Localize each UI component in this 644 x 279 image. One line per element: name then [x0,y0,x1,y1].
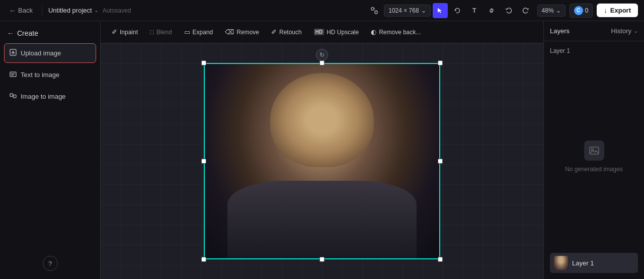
retouch-button[interactable]: ✐ Retouch [266,26,307,38]
svg-rect-11 [590,147,599,154]
svg-rect-0 [371,8,374,10]
back-button[interactable]: ← Back [6,5,36,17]
text-image-icon-svg [10,71,17,78]
link-icon [488,7,495,14]
remove-button[interactable]: ⌫ Remove [220,26,264,38]
main-layout: ← Create Upload image Text to im [0,21,644,279]
remove-bg-button[interactable]: ◐ Remove back... [366,26,426,38]
header-center: 1024 × 768 ⌄ T [367,3,533,18]
retouch-icon: ✐ [271,28,277,36]
upscale-label: HD Upscale [327,29,359,36]
autosaved-label: Autosaved [103,7,131,14]
expand-label: Expand [193,29,213,36]
retouch-label: Retouch [279,29,302,36]
inpaint-button[interactable]: ✐ Inpaint [107,26,143,38]
redo-icon [522,7,529,14]
back-arrow-icon: ← [9,7,16,15]
handle-bottom-middle[interactable] [319,257,325,262]
header: ← Back Untitled project ⌄ Autosaved 1024… [0,0,644,21]
credits-button[interactable]: C 0 [570,4,593,18]
inpaint-icon: ✐ [112,28,117,36]
blend-button[interactable]: □ Blend [145,26,177,38]
fit-canvas-button[interactable] [367,3,382,18]
upscale-button[interactable]: HD HD Upscale [309,26,364,38]
img2img-icon-svg [10,92,17,99]
handle-bottom-left[interactable] [201,257,206,262]
text-tool-button[interactable]: T [467,3,482,18]
redo-button[interactable] [518,3,533,18]
credits-icon: C [574,6,583,15]
person-image [204,63,440,259]
left-sidebar: ← Create Upload image Text to im [0,21,101,279]
remove-icon: ⌫ [225,28,234,36]
tab-layers[interactable]: Layers [550,25,570,37]
svg-rect-10 [14,95,17,98]
sidebar-spacer [4,108,96,250]
remove-bg-label: Remove back... [379,29,421,36]
rotate-handle[interactable]: ↻ [316,49,328,61]
layer-item-name: Layer 1 [572,259,594,267]
create-header: ← Create [4,25,96,41]
link-tool-button[interactable] [484,3,499,18]
select-tool-button[interactable] [433,3,448,18]
header-right: 48% ⌄ C 0 ↓ Export [537,4,638,18]
help-button[interactable]: ? [43,256,58,271]
history-tab-area: History ⌄ [611,25,638,37]
svg-rect-1 [375,11,377,14]
create-header-label: Create [17,29,38,37]
divider [42,6,42,16]
upload-image-icon [10,49,17,57]
fit-icon [370,7,378,15]
export-button[interactable]: ↓ Export [597,4,638,17]
expand-button[interactable]: ▭ Expand [179,26,218,38]
tab-history[interactable]: History [611,25,631,37]
canvas-size-button[interactable]: 1024 × 768 ⌄ [384,5,430,17]
collapse-icon[interactable]: ⌄ [633,28,638,34]
canvas-container[interactable]: ↻ [101,43,543,279]
text-to-image-icon [10,71,17,79]
handle-top-middle[interactable] [319,60,325,65]
create-header-icon: ← [7,29,14,37]
project-name[interactable]: Untitled project [48,7,92,14]
sidebar-item-text-to-image[interactable]: Text to image [4,65,96,85]
handle-middle-left[interactable] [201,159,206,164]
cursor-icon [437,7,444,14]
text-to-image-label: Text to image [21,71,59,79]
handle-bottom-right[interactable] [438,257,443,262]
zoom-button[interactable]: 48% ⌄ [537,5,566,17]
layer-item[interactable]: Layer 1 [550,253,638,273]
handle-top-right[interactable] [438,60,443,65]
right-panel: Layers History ⌄ Layer 1 No generated im… [543,21,644,279]
no-generated-text: No generated images [565,166,623,173]
handle-top-left[interactable] [201,60,206,65]
back-label: Back [18,7,33,14]
export-download-icon: ↓ [604,7,607,14]
no-generated-icon [584,141,604,161]
image-wrapper[interactable]: ↻ [204,63,440,259]
undo-button[interactable] [501,3,516,18]
sidebar-item-upload-image[interactable]: Upload image [4,43,96,63]
canvas-size-chevron-icon: ⌄ [421,7,426,14]
rotate-tool-button[interactable] [450,3,465,18]
remove-label: Remove [236,29,259,36]
text-tool-icon: T [472,7,476,14]
canvas-image[interactable] [204,63,440,259]
layer-label: Layer 1 [550,47,638,54]
upload-image-label: Upload image [21,49,61,57]
no-generated-area: No generated images [550,60,638,253]
image-to-image-icon [10,92,17,101]
credits-count: 0 [585,7,589,14]
layer-thumbnail [554,256,568,270]
handle-middle-right[interactable] [438,159,443,164]
inpaint-label: Inpaint [120,29,138,36]
undo-icon [505,7,512,14]
svg-rect-9 [10,94,13,97]
blend-icon: □ [150,28,154,36]
sidebar-item-image-to-image[interactable]: Image to image [4,87,96,106]
image-placeholder-icon [589,145,600,156]
project-name-area: Untitled project ⌄ [48,7,99,14]
right-panel-tabs: Layers History ⌄ [544,21,644,41]
canvas-size-label: 1024 × 768 [388,7,419,14]
expand-icon: ▭ [184,28,190,36]
project-chevron-icon[interactable]: ⌄ [94,7,99,14]
